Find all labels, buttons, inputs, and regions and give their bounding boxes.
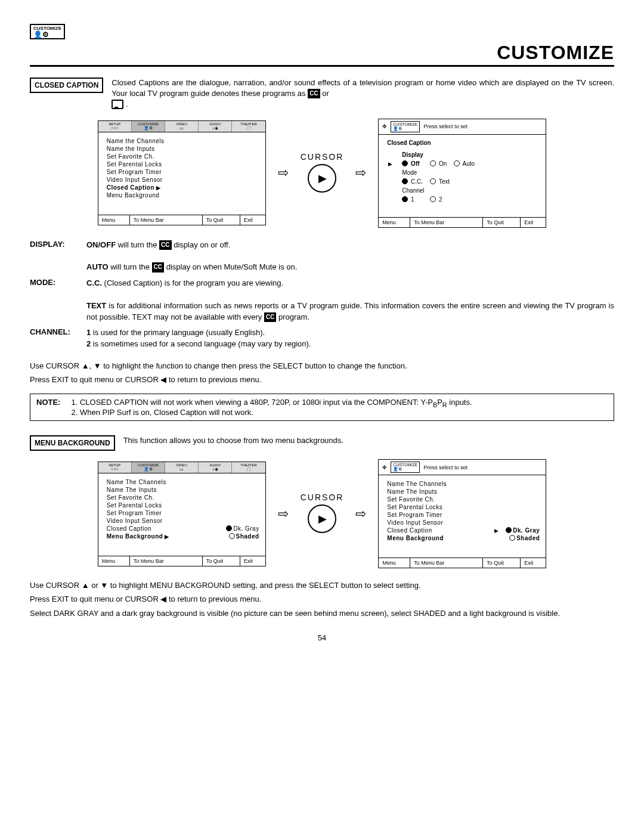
tab-video[interactable]: VIDEO▭ [165, 121, 199, 132]
menu-item[interactable]: Name the Channels [107, 137, 259, 145]
closed-caption-heading: CLOSED CAPTION [30, 78, 103, 93]
term-display: DISPLAY: [30, 240, 86, 274]
cursor-label: CURSOR [301, 152, 344, 162]
desc-display: ON/OFF will turn the CC display on or of… [86, 240, 614, 274]
osd-mb-right: ✥ CUSTOMIZE👤⚙ Press select to set Name T… [378, 459, 546, 568]
term-mode: MODE: [30, 278, 86, 323]
page-title: CUSTOMIZE [30, 42, 614, 67]
desc-mode: C.C. (Closed Caption) is for the program… [86, 278, 614, 323]
cc-badge-icon: CC [308, 89, 320, 98]
foot-quit: To Quit [203, 215, 240, 225]
term-channel: CHANNEL: [30, 327, 86, 350]
foot-bar: To Menu Bar [130, 215, 203, 225]
page-number: 54 [30, 633, 614, 642]
tab-setup[interactable]: SETUP○○○ [98, 121, 132, 132]
menu-item[interactable]: Name the Inputs [107, 145, 259, 153]
menu-item[interactable]: Video Input Sensor [107, 176, 259, 184]
tab-customize[interactable]: CUSTOMIZE👤⚙ [132, 121, 165, 132]
tab-audio[interactable]: AUDIO♪◉ [199, 121, 232, 132]
cc-instruction-1: Use CURSOR ▲, ▼ to highlight the functio… [30, 361, 614, 371]
desc-channel: 1 is used for the primary language (usua… [86, 327, 614, 350]
arrow-icon: ⇨ [355, 506, 366, 522]
menu-background-heading: MENU BACKGROUND [30, 435, 115, 451]
press-select-text: Press select to set [423, 123, 467, 129]
cc-instruction-2: Press EXIT to quit menu or CURSOR ◀ to r… [30, 374, 614, 385]
cursor-right-button[interactable] [308, 164, 336, 193]
osd-cc-settings: ✥ CUSTOMIZE👤⚙ Press select to set Closed… [378, 119, 546, 228]
menu-item[interactable]: Menu Background [107, 191, 259, 199]
menu-item[interactable]: Set Program Timer [107, 168, 259, 176]
note-box: NOTE: 1. CLOSED CAPTION will not work wh… [30, 394, 614, 422]
arrow-icon: ⇨ [278, 506, 289, 522]
mb-instruction-1: Use CURSOR ▲ or ▼ to highlight MENU BACK… [30, 580, 614, 591]
cc-submenu-title: Closed Caption [387, 140, 540, 146]
osd-mb-left: SETUP○○○ CUSTOMIZE👤⚙ VIDEO▭ AUDIO♪◉ THEA… [98, 462, 266, 566]
foot-exit: Exit [240, 215, 265, 225]
mini-customize-icon: CUSTOMIZE👤⚙ [391, 121, 420, 132]
corner-customize-icon: CUSTOMIZE👤⚙ [30, 24, 65, 39]
menu-item[interactable]: Set Parental Locks [107, 160, 259, 168]
speech-bubble-icon [112, 100, 123, 109]
menu-item-selected[interactable]: Closed Caption [107, 184, 259, 191]
foot-menu: Menu [98, 215, 130, 225]
osd-customize-menu: SETUP○○○ CUSTOMIZE👤⚙ VIDEO▭ AUDIO♪◉ THEA… [98, 120, 266, 225]
cc-intro-text: Closed Captions are the dialogue, narrat… [112, 78, 614, 110]
arrow-icon: ⇨ [355, 165, 366, 181]
cursor-right-button[interactable] [308, 504, 336, 533]
menu-item[interactable]: Set Favorite Ch. [107, 153, 259, 160]
arrow-icon: ⇨ [278, 165, 289, 181]
mb-instruction-3: Select DARK GRAY and a dark gray backgro… [30, 608, 614, 619]
mb-instruction-2: Press EXIT to quit menu or CURSOR ◀ to r… [30, 594, 614, 605]
mb-intro: This function allows you to choose from … [123, 435, 343, 446]
tab-theater[interactable]: THEATER⬚ [232, 121, 265, 132]
